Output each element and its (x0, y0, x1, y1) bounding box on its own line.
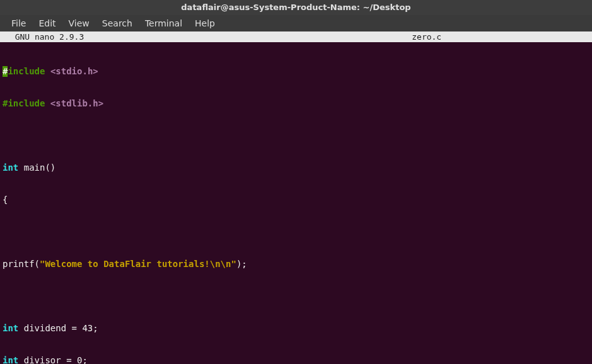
menu-terminal[interactable]: Terminal (139, 18, 189, 28)
nano-filename: zero.c (412, 31, 441, 42)
code-line: int dividend = 43; (3, 323, 589, 334)
menu-help[interactable]: Help (189, 18, 221, 28)
menu-view[interactable]: View (62, 18, 96, 28)
code-line: int main() (3, 162, 589, 173)
code-line (3, 227, 589, 237)
code-line: int divisor = 0; (3, 355, 589, 364)
menu-edit[interactable]: Edit (32, 18, 62, 28)
menu-search[interactable]: Search (96, 18, 139, 28)
code-line: #include <stdio.h> (3, 66, 589, 77)
nano-status-bar: GNU nano 2.9.3 zero.c (0, 31, 592, 42)
menu-file[interactable]: File (5, 18, 32, 28)
code-line: #include <stdlib.h> (3, 98, 589, 109)
code-line: printf("Welcome to DataFlair tutorials!\… (3, 259, 589, 270)
editor-area[interactable]: #include <stdio.h> #include <stdlib.h> i… (0, 42, 592, 364)
code-line: { (3, 195, 589, 205)
menu-bar: File Edit View Search Terminal Help (0, 15, 592, 31)
window-title: dataflair@asus-System-Product-Name: ~/De… (181, 3, 410, 12)
code-line (3, 130, 589, 141)
nano-app-label: GNU nano 2.9.3 (5, 31, 84, 42)
code-line (3, 291, 589, 302)
window-title-bar: dataflair@asus-System-Product-Name: ~/De… (0, 0, 592, 15)
